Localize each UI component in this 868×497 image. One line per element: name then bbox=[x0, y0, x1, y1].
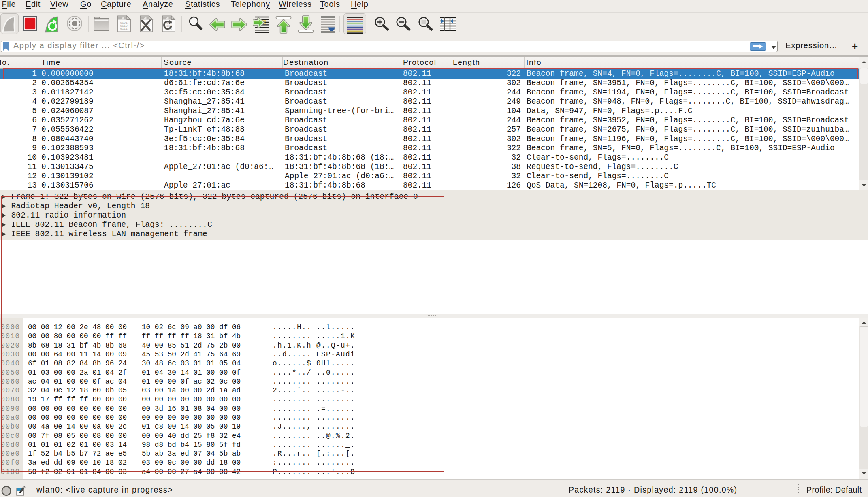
svg-text:0111: 0111 bbox=[120, 27, 128, 30]
